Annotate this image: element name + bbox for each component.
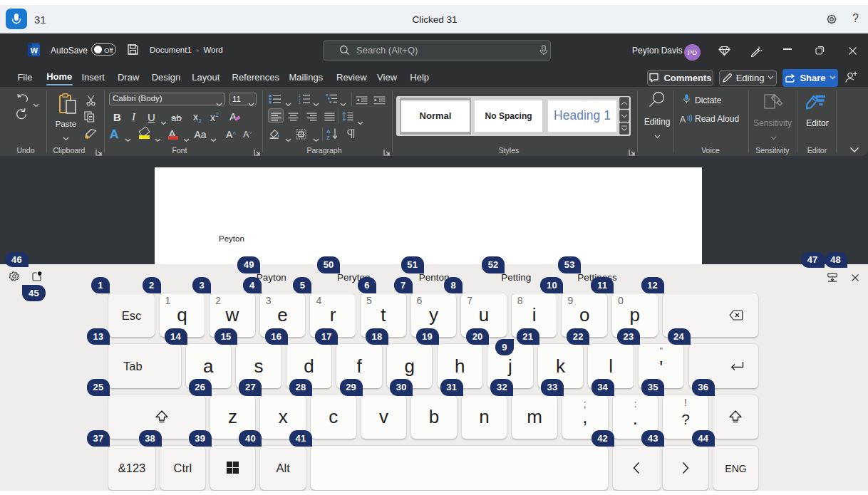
svg-text:3: 3 <box>299 101 301 104</box>
svg-text:A: A <box>326 128 331 135</box>
svg-text:Z: Z <box>326 135 330 140</box>
svg-text:W: W <box>31 46 38 55</box>
svg-text:A: A <box>680 115 686 125</box>
